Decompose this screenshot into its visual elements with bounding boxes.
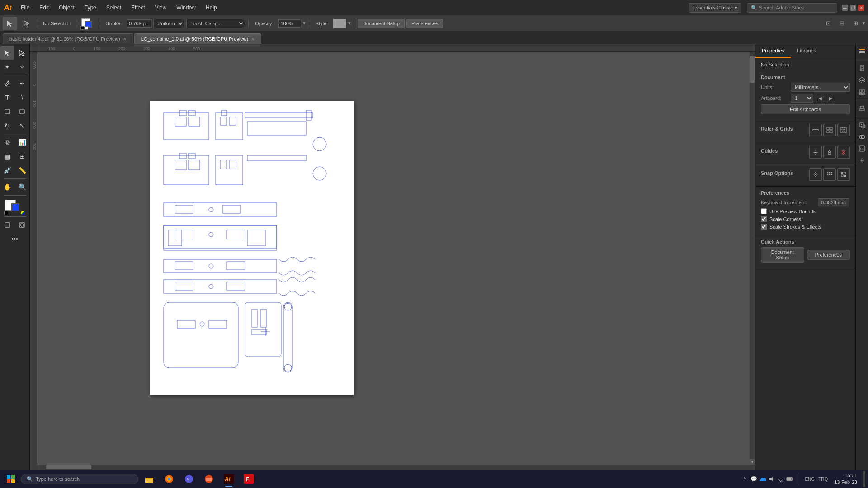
- tray-chevron[interactable]: ^: [741, 475, 748, 483]
- ruler-icon[interactable]: [809, 124, 822, 136]
- start-button[interactable]: [3, 471, 19, 487]
- restore-button[interactable]: ❐: [850, 5, 856, 11]
- snap-pixel-icon[interactable]: [837, 168, 850, 181]
- panel-btn-cc-libraries[interactable]: CC: [857, 143, 868, 154]
- units-select[interactable]: Millimeters: [791, 83, 850, 92]
- measure-tool[interactable]: 📏: [15, 164, 29, 177]
- align-icon-1[interactable]: ⊡: [822, 17, 835, 30]
- clock[interactable]: 15:01 13-Feb-23: [831, 472, 860, 486]
- h-scrollbar-thumb[interactable]: [46, 465, 91, 469]
- doc-tab-1-close[interactable]: ✕: [123, 37, 127, 42]
- artboard-next-btn[interactable]: ▶: [827, 94, 835, 102]
- doc-setup-button[interactable]: Document Setup: [358, 19, 405, 28]
- brush-select[interactable]: Touch Callig...: [186, 19, 245, 28]
- opacity-input[interactable]: [278, 19, 301, 28]
- arrange-chevron[interactable]: ▾: [863, 20, 865, 26]
- draw-inside[interactable]: [15, 218, 29, 232]
- more-tools[interactable]: •••: [8, 232, 22, 246]
- edit-artboards-button[interactable]: Edit Artboards: [761, 104, 850, 114]
- taskbar-app-firefox[interactable]: [160, 470, 178, 488]
- close-button[interactable]: ✕: [858, 5, 864, 11]
- direct-select-indicator[interactable]: [19, 17, 33, 30]
- panel-btn-properties[interactable]: [857, 46, 868, 57]
- pixel-grid-icon[interactable]: [837, 124, 850, 136]
- opacity-chevron[interactable]: ▾: [303, 20, 306, 26]
- scroll-corner[interactable]: ▾: [750, 459, 755, 465]
- line-tool[interactable]: \: [15, 91, 29, 104]
- menu-select[interactable]: Select: [102, 3, 126, 13]
- guide-lock-icon[interactable]: [823, 146, 836, 159]
- arrange-icon[interactable]: ⊞: [849, 17, 862, 30]
- stroke-type-select[interactable]: Uniform: [153, 19, 184, 28]
- tray-onedrive[interactable]: [759, 475, 766, 483]
- panel-btn-doc-info[interactable]: [857, 63, 868, 74]
- panel-btn-layers[interactable]: [857, 75, 868, 85]
- artboard-select[interactable]: 1: [791, 94, 813, 103]
- use-preview-bounds-checkbox[interactable]: [761, 208, 767, 214]
- horizontal-scrollbar[interactable]: [37, 465, 750, 470]
- preferences-button[interactable]: Preferences: [406, 19, 443, 28]
- draw-normal[interactable]: [0, 218, 14, 232]
- stroke-value-input[interactable]: [127, 19, 151, 28]
- panel-btn-align[interactable]: [857, 103, 868, 114]
- quick-preferences-button[interactable]: Preferences: [807, 250, 850, 260]
- align-icon-2[interactable]: ⊟: [835, 17, 848, 30]
- stroke-swatch[interactable]: [11, 203, 19, 211]
- workspace-selector[interactable]: Essentials Classic ▾: [689, 3, 741, 13]
- taskbar-search[interactable]: 🔍 Type here to search: [21, 474, 138, 484]
- mesh-tool[interactable]: ⊞: [15, 150, 29, 163]
- tray-battery[interactable]: [786, 475, 793, 483]
- tray-chat[interactable]: 💬: [750, 475, 757, 483]
- panel-btn-pathfinder[interactable]: [857, 131, 868, 142]
- rounded-rect-tool[interactable]: [15, 105, 29, 118]
- tray-sound[interactable]: [768, 475, 775, 483]
- gradient-tool[interactable]: ▦: [0, 150, 14, 163]
- snap-point-icon[interactable]: [809, 168, 822, 181]
- scale-strokes-checkbox[interactable]: [761, 224, 767, 230]
- snap-grid-icon[interactable]: [823, 168, 836, 181]
- zoom-tool[interactable]: 🔍: [15, 180, 29, 194]
- doc-tab-2[interactable]: LC_combine_1.0.ai @ 50% (RGB/GPU Preview…: [134, 33, 261, 44]
- tab-libraries[interactable]: Libraries: [791, 44, 822, 58]
- menu-object[interactable]: Object: [54, 3, 79, 13]
- menu-view[interactable]: View: [151, 3, 171, 13]
- default-colors-btn[interactable]: [4, 211, 8, 215]
- swap-colors-btn[interactable]: [21, 211, 25, 215]
- menu-effect[interactable]: Effect: [127, 3, 149, 13]
- vertical-scrollbar[interactable]: [750, 52, 755, 470]
- blend-tool[interactable]: ⑧: [0, 136, 14, 149]
- canvas-area[interactable]: ▾: [37, 52, 755, 470]
- selection-tool[interactable]: [0, 46, 14, 60]
- rect-tool[interactable]: [0, 105, 14, 118]
- tray-network[interactable]: [777, 475, 784, 483]
- pen-remove-tool[interactable]: ✒: [15, 77, 29, 90]
- show-desktop-btn[interactable]: [863, 471, 865, 487]
- panel-btn-artboards[interactable]: [857, 86, 868, 97]
- pen-tool[interactable]: [0, 77, 14, 90]
- menu-window[interactable]: Window: [172, 3, 200, 13]
- selection-tool-indicator[interactable]: [3, 17, 17, 30]
- doc-tab-1[interactable]: basic holder 4.pdf @ 51.06% (RGB/GPU Pre…: [3, 33, 133, 44]
- hand-tool[interactable]: ✋: [0, 180, 14, 194]
- minimize-button[interactable]: —: [842, 5, 848, 11]
- menu-type[interactable]: Type: [80, 3, 101, 13]
- taskbar-app-orange[interactable]: [200, 470, 218, 488]
- keyboard-increment-input[interactable]: [818, 198, 849, 206]
- style-chevron[interactable]: ▾: [348, 20, 351, 26]
- taskbar-app-red[interactable]: F: [240, 470, 258, 488]
- direct-select-tool[interactable]: [15, 46, 29, 60]
- menu-edit[interactable]: Edit: [35, 3, 53, 13]
- scale-tool[interactable]: ⤡: [15, 119, 29, 132]
- menu-help[interactable]: Help: [201, 3, 222, 13]
- taskbar-app-blue[interactable]: 𝕊: [180, 470, 198, 488]
- v-scrollbar-thumb[interactable]: [750, 56, 755, 83]
- guide-clear-icon[interactable]: [837, 146, 850, 159]
- type-tool[interactable]: T: [0, 91, 14, 104]
- magic-wand-tool[interactable]: ✧: [15, 60, 29, 74]
- search-stock[interactable]: 🔍 Search Adobe Stock: [747, 3, 837, 13]
- taskbar-app-illustrator[interactable]: Ai: [220, 470, 238, 488]
- lasso-tool[interactable]: ✦: [0, 60, 14, 74]
- doc-tab-2-close[interactable]: ✕: [251, 37, 255, 42]
- guide-add-icon[interactable]: [809, 146, 822, 159]
- taskbar-app-explorer[interactable]: [140, 470, 158, 488]
